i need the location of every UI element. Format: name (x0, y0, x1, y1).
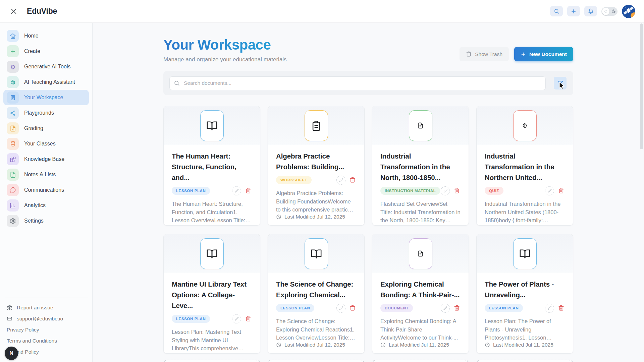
sidebar-item-home[interactable]: Home (3, 28, 89, 44)
delete-document-button[interactable] (453, 304, 461, 313)
card-title: The Power of Plants - Unraveling... (485, 279, 565, 300)
last-modified-label: Last Modified Jul 12, 2025 (180, 353, 241, 354)
theme-toggle[interactable] (601, 7, 618, 16)
refund-policy-link[interactable]: Refund Policy (7, 346, 88, 357)
edit-tags-button[interactable] (336, 176, 345, 185)
delete-document-button[interactable] (349, 304, 356, 313)
sidebar-item-settings[interactable]: Settings (3, 213, 89, 229)
skeleton-card (268, 360, 365, 362)
clock-icon (380, 342, 386, 348)
card-type-badge: WORKSHEET (276, 176, 312, 184)
card-type-badge: QUIZ (485, 187, 503, 195)
edit-tags-button[interactable] (545, 186, 554, 195)
filter-button[interactable] (554, 77, 567, 89)
edit-tags-button[interactable] (336, 304, 345, 313)
sidebar-item-label: Home (24, 33, 39, 39)
sidebar-item-generative-ai-tools[interactable]: Generative AI Tools (3, 59, 89, 74)
card-description: Lesson Plan: The Power of Plants - Unrav… (485, 317, 565, 342)
last-modified: Last Modified Jul 12, 2025 (485, 225, 565, 226)
card-type-badge: LESSON PLAN (172, 315, 210, 323)
sidebar-item-notes-lists[interactable]: Notes & Lists (3, 167, 89, 182)
document-card[interactable]: The Human Heart: Structure, Function, an… (163, 106, 260, 226)
sidebar-item-your-workspace[interactable]: Your Workspace (3, 90, 89, 105)
document-card[interactable]: Mantine UI Library Text Options: A Colle… (163, 234, 260, 354)
card-title: Exploring Chemical Bonding: A Think-Pair… (380, 279, 461, 300)
sidebar-item-label: Generative AI Tools (24, 64, 70, 70)
support-email-link[interactable]: support@eduvibe.io (7, 313, 88, 324)
bell-icon (588, 8, 594, 14)
delete-document-button[interactable] (557, 186, 565, 195)
sidebar-item-knowledge-base[interactable]: Knowledge Base (3, 152, 89, 167)
delete-document-button[interactable] (349, 176, 356, 185)
sidebar-item-communications[interactable]: Communications (3, 182, 89, 198)
new-document-button[interactable]: New Document (514, 47, 573, 61)
sidebar-item-grading[interactable]: Grading (3, 121, 89, 136)
edit-tags-button[interactable] (441, 186, 450, 195)
plus-icon (521, 52, 526, 57)
card-description: Exploring Chemical Bonding: A Think-Pair… (380, 317, 461, 342)
edit-tags-button[interactable] (232, 314, 241, 323)
edit-tags-button[interactable] (232, 186, 241, 195)
card-type-badge: LESSON PLAN (485, 304, 523, 312)
scrollbar-thumb[interactable] (640, 23, 643, 149)
search-button[interactable] (550, 6, 563, 16)
sidebar-item-label: Playgrounds (24, 110, 54, 116)
pencil-icon (235, 317, 239, 321)
clock-icon (380, 225, 386, 226)
sidebar-item-ai-teaching-assistant[interactable]: AI Teaching Assistant (3, 74, 89, 90)
privacy-policy-link[interactable]: Privacy Policy (7, 324, 88, 335)
trash-icon (350, 305, 356, 311)
card-thumbnail (268, 234, 364, 273)
document-card[interactable]: Industrial Transformation in the North, … (372, 106, 469, 226)
satellite-avatar-illustration (622, 5, 635, 18)
mail-icon (7, 316, 12, 321)
edit-tags-button[interactable] (545, 304, 554, 313)
search-input[interactable] (169, 76, 546, 90)
delete-document-button[interactable] (453, 186, 461, 195)
card-description: Algebra Practice Problems: Building Foun… (276, 189, 356, 214)
document-card[interactable]: The Power of Plants - Unraveling... LESS… (476, 234, 573, 354)
sidebar-item-label: Your Workspace (24, 95, 63, 101)
card-description: Lesson Plan: Mastering Text Styling with… (172, 328, 252, 353)
terms-link[interactable]: Terms and Conditions (7, 335, 88, 346)
trash-icon (558, 188, 564, 194)
sidebar-item-create[interactable]: Create (3, 44, 89, 59)
document-card[interactable]: The Science of Change: Exploring Chemica… (268, 234, 365, 354)
page-title: Your Workspace (163, 37, 287, 53)
document-card[interactable]: Algebra Practice Problems: Building... W… (268, 106, 365, 226)
notebook-icon (7, 92, 19, 104)
clock-icon (276, 342, 281, 348)
clipboard-icon (305, 110, 328, 141)
delete-document-button[interactable] (557, 304, 565, 313)
add-button[interactable] (567, 6, 580, 16)
document-card[interactable]: Exploring Chemical Bonding: A Think-Pair… (372, 234, 469, 354)
brain-icon (7, 61, 19, 73)
profile-avatar-badge[interactable]: N (5, 347, 18, 360)
trash-icon (350, 177, 356, 183)
show-trash-button[interactable]: Show Trash (460, 47, 509, 61)
search-icon (554, 8, 559, 14)
pencil-icon (443, 189, 447, 193)
moon-icon (611, 9, 616, 13)
sidebar-nav: HomeCreateGenerative AI ToolsAI Teaching… (0, 28, 92, 229)
close-sidebar-button[interactable] (9, 6, 19, 16)
edit-tags-button[interactable] (441, 304, 450, 313)
delete-document-button[interactable] (245, 314, 252, 323)
toggle-knob (602, 8, 609, 15)
sidebar-item-analytics[interactable]: Analytics (3, 198, 89, 213)
delete-document-button[interactable] (245, 186, 252, 195)
main-content: Your Workspace Manage and organize your … (93, 23, 644, 362)
user-avatar[interactable] (622, 5, 635, 18)
card-description: The Science of Change: Exploring Chemica… (276, 317, 356, 342)
sidebar-item-label: Notes & Lists (24, 172, 56, 178)
card-thumbnail (164, 234, 260, 273)
show-trash-label: Show Trash (475, 51, 502, 57)
notifications-button[interactable] (584, 6, 597, 16)
trash-icon (454, 188, 460, 194)
document-card[interactable]: Industrial Transformation in the Norther… (476, 106, 573, 226)
report-issue-link[interactable]: Report an issue (7, 302, 88, 313)
sidebar-item-your-classes[interactable]: Your Classes (3, 136, 89, 152)
book-icon (513, 238, 537, 269)
sidebar-item-playgrounds[interactable]: Playgrounds (3, 105, 89, 121)
filecheck-icon (7, 122, 19, 134)
